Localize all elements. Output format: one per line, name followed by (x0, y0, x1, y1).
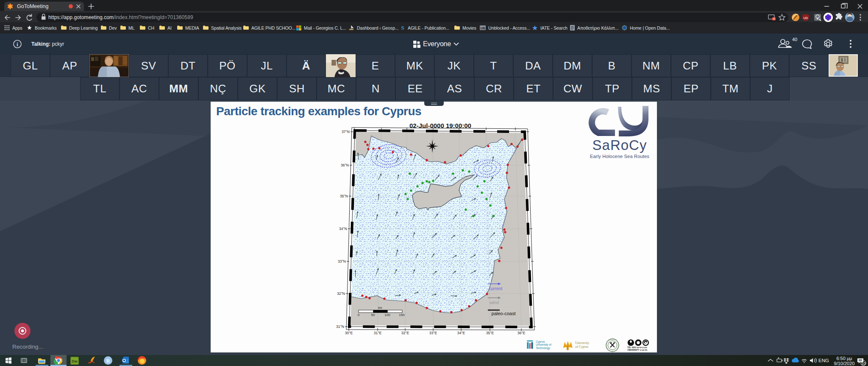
svg-text:SaRoCy: SaRoCy (593, 137, 647, 153)
svg-text:34°E: 34°E (457, 331, 465, 335)
svg-text:32°N: 32°N (337, 291, 345, 296)
svg-text:S: S (401, 25, 404, 30)
svg-text:32°E: 32°E (401, 331, 409, 335)
svg-text:35°N: 35°N (340, 194, 348, 198)
svg-text:50: 50 (371, 313, 375, 317)
svg-text:Technology: Technology (536, 347, 550, 350)
svg-text:30°E: 30°E (345, 331, 353, 335)
svg-text:35°E: 35°E (486, 331, 494, 335)
svg-text:40: 40 (792, 37, 797, 42)
svg-text:km: km (378, 306, 382, 309)
svg-text:of Cyprus: of Cyprus (575, 345, 588, 349)
svg-text:0: 0 (358, 313, 360, 317)
svg-text:paleo-coast: paleo-coast (492, 311, 516, 316)
svg-text:9/10/2020: 9/10/2020 (834, 361, 855, 366)
svg-text:University: University (575, 341, 589, 345)
svg-text:36°E: 36°E (517, 331, 526, 335)
svg-text:150: 150 (399, 313, 405, 317)
svg-text:34°N: 34°N (339, 227, 347, 231)
svg-text:36°N: 36°N (341, 163, 349, 167)
svg-text:UD: UD (804, 16, 808, 20)
svg-text:31°E: 31°E (374, 331, 382, 335)
svg-text:i: i (17, 42, 18, 47)
svg-text:Early Holocene Sea Routes: Early Holocene Sea Routes (590, 154, 649, 159)
svg-text:31°N: 31°N (336, 324, 344, 329)
svg-text:100: 100 (384, 313, 390, 317)
svg-text:33°N: 33°N (338, 259, 346, 263)
svg-text:Dw: Dw (72, 359, 78, 363)
svg-text:33°E: 33°E (429, 331, 437, 335)
svg-text:TEL AVIV אוניברסיטת: TEL AVIV אוניברסיטת (627, 347, 647, 349)
svg-text:current: current (489, 286, 503, 291)
svg-text:Recording...: Recording... (12, 344, 43, 350)
svg-text:UNIVERSITY תל-אביב: UNIVERSITY תל-אביב (627, 349, 647, 351)
svg-text:6:50 μμ: 6:50 μμ (836, 356, 852, 361)
svg-text:UB: UB (480, 26, 485, 30)
svg-text:ENG: ENG (818, 358, 829, 363)
svg-text:R: R (106, 358, 110, 364)
svg-text:37°N: 37°N (342, 130, 350, 134)
svg-text:wind: wind (489, 300, 499, 305)
svg-text:10: 10 (861, 361, 865, 366)
